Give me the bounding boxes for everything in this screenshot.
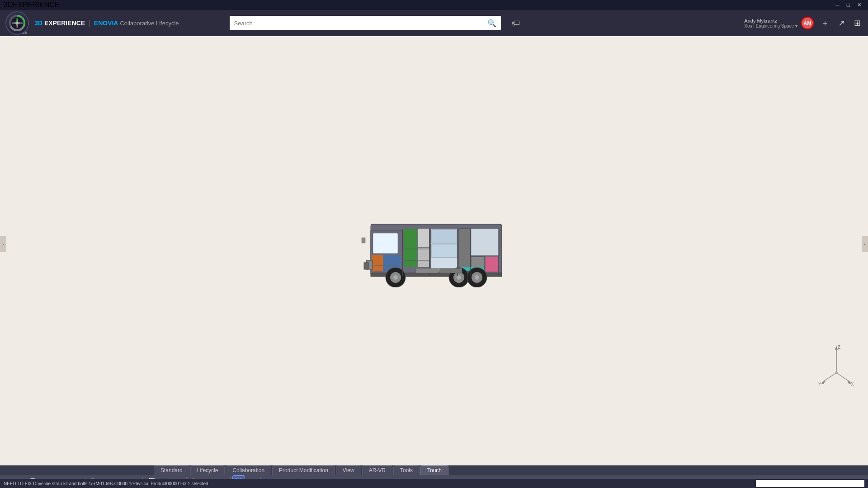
compass-3d-icon: Z X Y (818, 343, 854, 389)
user-initials: AM (803, 20, 811, 26)
svg-rect-30 (364, 263, 368, 269)
compass-version-label: v.8 (23, 31, 27, 35)
svg-rect-48 (416, 268, 439, 273)
user-space: Xos | Engineering Space ▾ (744, 23, 797, 28)
compass-button[interactable]: N S W E v.8 (5, 11, 29, 35)
enovia-label: ENOVIA (94, 19, 118, 27)
svg-rect-21 (432, 230, 457, 243)
status-bar: NEED TO FIX Driveline strap kit and bolt… (0, 479, 868, 488)
tab-collaboration[interactable]: Collaboration (226, 465, 271, 475)
window-controls: ─ □ ✕ (833, 2, 864, 8)
search-icon[interactable]: 🔍 (487, 19, 496, 28)
svg-rect-49 (439, 268, 462, 273)
svg-rect-22 (432, 244, 457, 258)
user-name: Andy Mykrantz (744, 18, 797, 23)
app-subtitle: Collaborative Lifecycle (120, 20, 179, 27)
tab-product-modification[interactable]: Product Modification (272, 465, 335, 475)
tab-lifecycle[interactable]: Lifecycle (190, 465, 225, 475)
svg-rect-50 (372, 265, 396, 266)
minimize-button[interactable]: ─ (833, 2, 842, 8)
tab-standard[interactable]: Standard (154, 465, 189, 475)
svg-rect-23 (459, 229, 470, 272)
titlebar: 3DEXPERIENCE ─ □ ✕ (0, 0, 868, 10)
search-bar[interactable]: 🔍 (230, 16, 501, 30)
svg-line-55 (836, 373, 850, 382)
compass-inner: N S W E (9, 15, 25, 31)
status-text: NEED TO FIX Driveline strap kit and bolt… (4, 481, 208, 486)
status-input[interactable] (756, 480, 864, 487)
svg-point-33 (393, 275, 398, 280)
svg-rect-26 (486, 257, 498, 272)
app-title-header: 3D EXPERIENCE | ENOVIA Collaborative Lif… (34, 19, 179, 27)
tab-ar-vr[interactable]: AR-VR (362, 465, 392, 475)
user-info: Andy Mykrantz Xos | Engineering Space ▾ … (744, 17, 814, 29)
svg-text:N: N (16, 18, 18, 20)
app-title-bar: 3DEXPERIENCE (4, 1, 60, 9)
svg-text:W: W (12, 22, 14, 24)
svg-point-39 (475, 275, 479, 280)
svg-rect-51 (362, 238, 365, 243)
maximize-button[interactable]: □ (844, 2, 853, 8)
space-dropdown-icon[interactable]: ▾ (795, 23, 797, 28)
pipe-separator: | (89, 19, 90, 27)
compass-3d: Z X Y (818, 343, 854, 389)
share-button[interactable]: ↗ (836, 16, 847, 30)
svg-line-58 (823, 373, 836, 382)
tab-tools[interactable]: Tools (393, 465, 420, 475)
user-space-text: Xos | Engineering Space (744, 23, 794, 28)
compass-icon: N S W E (10, 16, 24, 30)
main-viewport: Z X Y (0, 36, 868, 465)
user-avatar[interactable]: AM (801, 17, 814, 29)
vehicle-3d-view (357, 206, 511, 287)
svg-point-61 (835, 371, 838, 374)
svg-text:X: X (851, 382, 854, 387)
svg-point-5 (16, 22, 18, 24)
svg-rect-17 (404, 229, 417, 267)
app-3d-label: 3D (34, 19, 42, 27)
tab-touch[interactable]: Touch (420, 465, 448, 475)
svg-text:Z: Z (838, 345, 840, 350)
tag-icon[interactable]: 🏷 (512, 19, 520, 28)
tab-row: Standard Lifecycle Collaboration Product… (0, 465, 868, 475)
right-panel-toggle[interactable]: ‹ (862, 236, 868, 252)
top-right-tools: Andy Mykrantz Xos | Engineering Space ▾ … (744, 16, 863, 30)
svg-marker-59 (821, 380, 826, 384)
top-toolbar: N S W E v.8 3D EXPERIENCE | ENOVIA Colla… (0, 10, 868, 36)
tab-view[interactable]: View (336, 465, 361, 475)
svg-rect-14 (373, 233, 398, 253)
user-name-display: Andy Mykrantz Xos | Engineering Space ▾ (744, 18, 797, 28)
left-panel-toggle[interactable]: › (0, 236, 6, 252)
app-experience-label: EXPERIENCE (44, 19, 85, 27)
vehicle-svg (357, 206, 511, 287)
svg-rect-15 (372, 255, 383, 271)
svg-rect-24 (471, 229, 499, 256)
svg-text:Y: Y (818, 382, 821, 387)
svg-rect-18 (418, 229, 429, 247)
search-input[interactable] (234, 20, 487, 27)
close-button[interactable]: ✕ (854, 2, 864, 8)
add-button[interactable]: ＋ (819, 16, 831, 30)
svg-rect-19 (418, 248, 429, 267)
apps-button[interactable]: ⊞ (852, 16, 863, 30)
